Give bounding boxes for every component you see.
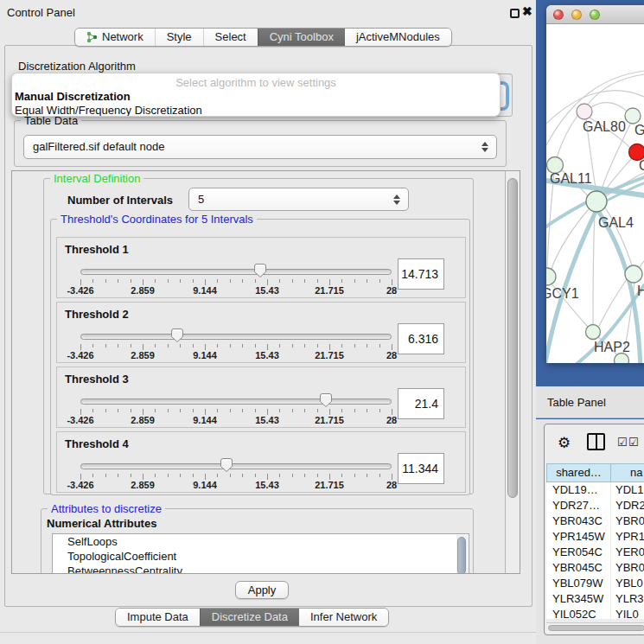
threshold-value-field[interactable]: 11.344 [398, 453, 444, 484]
tab-cyni-toolbox[interactable]: Cyni Toolbox [258, 29, 345, 46]
table-row[interactable]: YIL052CYIL0 [546, 607, 644, 619]
tab-jactivemnodules[interactable]: jActiveMNodules [345, 29, 451, 46]
attribute-list-item[interactable]: TopologicalCoefficient [53, 549, 469, 564]
top-tab-bar: NetworkStyleSelectCyni ToolboxjActiveMNo… [74, 28, 452, 47]
interval-definition-title: Interval Definition [50, 172, 143, 185]
cell-name: YPR1 [611, 529, 644, 545]
slider-handle[interactable] [319, 392, 333, 411]
network-node[interactable] [586, 325, 601, 340]
table-row[interactable]: YBR043CYBR0 [546, 513, 644, 529]
tab-infer-network[interactable]: Infer Network [299, 609, 388, 626]
tab-label: Network [102, 29, 143, 46]
numerical-attributes-list: SelfLoopsTopologicalCoefficientBetweenne… [52, 533, 469, 574]
table-row[interactable]: YPR145WYPR1 [546, 529, 644, 545]
close-icon[interactable]: ✖ [522, 4, 532, 18]
minimize-light-icon[interactable] [571, 10, 582, 20]
apply-button[interactable]: Apply [235, 581, 289, 599]
cell-shared-name: YBL079W [546, 576, 611, 591]
slider-track[interactable] [80, 269, 392, 275]
network-node[interactable] [546, 268, 556, 285]
threshold-value-field[interactable]: 14.713 [398, 258, 444, 290]
vertical-scrollbar[interactable] [505, 171, 520, 573]
desktop-area: GAL80GALCGAL11GAL4GCY1HHAP2 Table Panel … [536, 0, 644, 644]
network-node[interactable] [615, 354, 629, 364]
table-row[interactable]: YER054CYER0 [546, 545, 644, 560]
threshold-label: Threshold 3 [65, 373, 129, 386]
attribute-list-item[interactable]: SelfLoops [53, 534, 469, 549]
network-edge[interactable] [640, 253, 644, 267]
num-intervals-spinner[interactable]: 5 [188, 188, 409, 211]
dropdown-option[interactable]: Manual Discretization [15, 90, 131, 103]
num-intervals-label: Number of Intervals [67, 194, 173, 207]
network-node-label: HAP2 [594, 340, 630, 354]
dropdown-option[interactable]: Equal Width/Frequency Discretization [15, 104, 202, 117]
cell-shared-name: YPR145W [546, 529, 611, 545]
checkbox-icon[interactable]: ☑ [628, 436, 639, 449]
cell-name: YLR3 [611, 591, 644, 607]
attribute-list-item[interactable]: BetweennessCentrality [53, 564, 469, 574]
table-data-group: Table Data galFiltered.sif default node [14, 120, 507, 167]
zoom-light-icon[interactable] [590, 10, 600, 20]
column-header-name[interactable]: na [611, 463, 644, 482]
numerical-attributes-label: Numerical Attributes [47, 517, 156, 530]
table-row[interactable]: YBL079WYBL0 [546, 576, 644, 591]
column-header-shared-name[interactable]: shared… [546, 463, 611, 482]
network-edge[interactable] [591, 103, 628, 112]
float-window-icon[interactable] [510, 9, 520, 18]
tab-label: Impute Data [127, 609, 188, 626]
horizontal-scrollbar[interactable] [546, 622, 644, 633]
slider-handle[interactable] [220, 457, 233, 475]
network-node[interactable] [577, 104, 592, 119]
network-edge[interactable] [588, 74, 644, 105]
tab-impute-data[interactable]: Impute Data [116, 609, 200, 626]
table-row[interactable]: YDL19…YDL1 [546, 482, 644, 498]
tab-select[interactable]: Select [203, 29, 258, 46]
checkbox-icon[interactable]: ☑ [617, 436, 628, 449]
spinner-arrows-icon [393, 194, 400, 205]
node-table-widget: ⚙ ☑ ☑ shared… na YDL19…YDL1YDR27…YDR2YBR… [544, 424, 644, 635]
slider-track[interactable] [80, 334, 392, 340]
algorithm-group-title: Discretization Algorithm [18, 60, 136, 73]
slider-ticks [80, 474, 392, 480]
network-edge[interactable] [546, 71, 644, 145]
table-row[interactable]: YDR27…YDR2 [546, 498, 644, 513]
table-row[interactable]: YLR345WYLR3 [546, 591, 644, 607]
slider-tick-labels: -3.4262.8599.14415.4321.71528 [80, 350, 392, 360]
tab-discretize-data[interactable]: Discretize Data [200, 609, 299, 626]
threshold-value-field[interactable]: 6.316 [398, 323, 444, 354]
table-row[interactable]: YBR045CYBR0 [546, 560, 644, 576]
close-light-icon[interactable] [553, 10, 564, 20]
network-node-label: H [637, 284, 644, 298]
tab-label: Style [167, 29, 192, 46]
slider-track[interactable] [80, 463, 392, 469]
attributes-group: Attributes to discretize Numerical Attri… [41, 508, 474, 574]
interval-definition-group: Interval Definition Number of Intervals … [43, 178, 474, 494]
table-data-combobox[interactable]: galFiltered.sif default node [23, 135, 497, 159]
cell-name: YBR0 [611, 513, 644, 529]
network-edge[interactable] [599, 279, 627, 326]
network-node[interactable] [586, 191, 607, 212]
control-panel: Control Panel ✖ NetworkStyleSelectCyni T… [0, 0, 536, 644]
tab-style[interactable]: Style [155, 29, 203, 46]
slider-handle[interactable] [253, 263, 267, 281]
network-window-titlebar[interactable] [546, 5, 644, 24]
gear-icon[interactable]: ⚙ [558, 434, 571, 452]
network-edge[interactable] [557, 116, 577, 157]
network-node[interactable] [625, 265, 642, 283]
network-icon [86, 31, 98, 43]
columns-icon[interactable] [587, 433, 605, 450]
vertical-scrollbar-thumb[interactable] [507, 178, 518, 498]
slider-track[interactable] [80, 399, 392, 405]
network-node-label: GAL11 [550, 171, 592, 186]
network-edge[interactable] [593, 212, 595, 324]
network-node[interactable] [625, 108, 641, 124]
network-canvas[interactable]: GAL80GALCGAL11GAL4GCY1HHAP2 [546, 24, 644, 363]
threshold-value-field[interactable]: 21.4 [398, 388, 444, 419]
attributes-list-scrollbar[interactable] [456, 535, 468, 574]
slider-handle[interactable] [170, 328, 184, 346]
threshold-row: Threshold 2-3.4262.8599.14415.4321.71528… [56, 302, 466, 363]
divider [0, 632, 536, 633]
network-node-label: GAL [634, 123, 644, 137]
slider-tick-labels: -3.4262.8599.14415.4321.71528 [80, 480, 392, 490]
tab-network[interactable]: Network [75, 29, 155, 46]
